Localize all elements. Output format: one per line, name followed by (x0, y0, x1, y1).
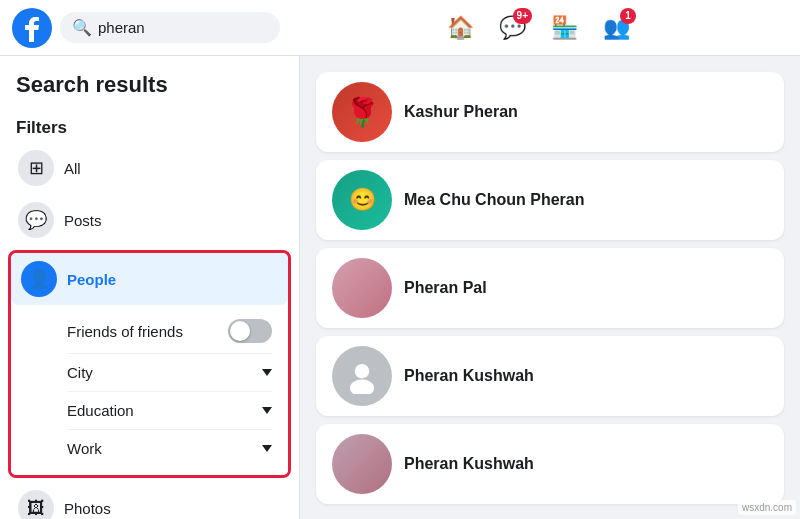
avatar-4 (332, 346, 392, 406)
work-row[interactable]: Work (67, 430, 272, 467)
work-label: Work (67, 440, 102, 457)
result-card-2[interactable]: 😊 Mea Chu Choun Pheran (316, 160, 784, 240)
top-navigation: 🔍 🏠 💬 9+ 🏪 👥 1 (0, 0, 800, 56)
education-label: Education (67, 402, 134, 419)
result-name-3: Pheran Pal (404, 279, 487, 297)
photos-filter-label: Photos (64, 500, 111, 517)
city-dropdown-icon (262, 369, 272, 376)
svg-point-2 (350, 380, 374, 394)
all-filter-label: All (64, 160, 81, 177)
facebook-logo-icon[interactable] (12, 8, 52, 48)
main-layout: Search results Filters ⊞ All 💬 Posts 👤 P… (0, 56, 800, 519)
posts-filter-label: Posts (64, 212, 102, 229)
search-icon: 🔍 (72, 18, 92, 37)
result-name-2: Mea Chu Choun Pheran (404, 191, 584, 209)
search-bar[interactable]: 🔍 (60, 12, 280, 43)
friends-of-friends-label: Friends of friends (67, 323, 183, 340)
home-icon: 🏠 (447, 15, 474, 41)
result-name-4: Pheran Kushwah (404, 367, 534, 385)
education-dropdown-icon (262, 407, 272, 414)
result-card-4[interactable]: Pheran Kushwah (316, 336, 784, 416)
filter-all[interactable]: ⊞ All (8, 142, 291, 194)
avatar-3 (332, 258, 392, 318)
filter-photos[interactable]: 🖼 Photos (8, 482, 291, 519)
toggle-knob (230, 321, 250, 341)
work-dropdown-icon (262, 445, 272, 452)
result-card-3[interactable]: Pheran Pal (316, 248, 784, 328)
avatar-1: 🌹 (332, 82, 392, 142)
store-button[interactable]: 🏪 (540, 4, 588, 52)
nav-center: 🏠 💬 9+ 🏪 👥 1 (288, 4, 788, 52)
posts-filter-icon: 💬 (18, 202, 54, 238)
people-badge: 1 (620, 8, 636, 24)
page-title: Search results (8, 72, 291, 110)
people-nav-button[interactable]: 👥 1 (592, 4, 640, 52)
photos-filter-icon: 🖼 (18, 490, 54, 519)
result-name-1: Kashur Pheran (404, 103, 518, 121)
store-icon: 🏪 (551, 15, 578, 41)
filter-people[interactable]: 👤 People (11, 253, 288, 305)
avatar-2: 😊 (332, 170, 392, 230)
home-button[interactable]: 🏠 (436, 4, 484, 52)
result-card-1[interactable]: 🌹 Kashur Pheran (316, 72, 784, 152)
city-row[interactable]: City (67, 354, 272, 392)
result-card-5[interactable]: Pheran Kushwah (316, 424, 784, 504)
search-results-content: 🌹 Kashur Pheran 😊 Mea Chu Choun Pheran P… (300, 56, 800, 519)
sidebar: Search results Filters ⊞ All 💬 Posts 👤 P… (0, 56, 300, 519)
people-section: 👤 People Friends of friends City (8, 250, 291, 478)
friends-of-friends-row: Friends of friends (67, 309, 272, 354)
messenger-badge: 9+ (513, 8, 532, 24)
avatar-5 (332, 434, 392, 494)
friends-of-friends-toggle[interactable] (228, 319, 272, 343)
people-filter-label: People (67, 271, 116, 288)
education-row[interactable]: Education (67, 392, 272, 430)
people-sub-options: Friends of friends City Education (11, 305, 288, 475)
filters-label: Filters (8, 110, 291, 142)
people-filter-icon: 👤 (21, 261, 57, 297)
all-filter-icon: ⊞ (18, 150, 54, 186)
watermark: wsxdn.com (738, 500, 796, 515)
result-name-5: Pheran Kushwah (404, 455, 534, 473)
messenger-button[interactable]: 💬 9+ (488, 4, 536, 52)
svg-point-1 (355, 364, 369, 378)
filter-posts[interactable]: 💬 Posts (8, 194, 291, 246)
city-label: City (67, 364, 93, 381)
search-input[interactable] (98, 19, 258, 36)
